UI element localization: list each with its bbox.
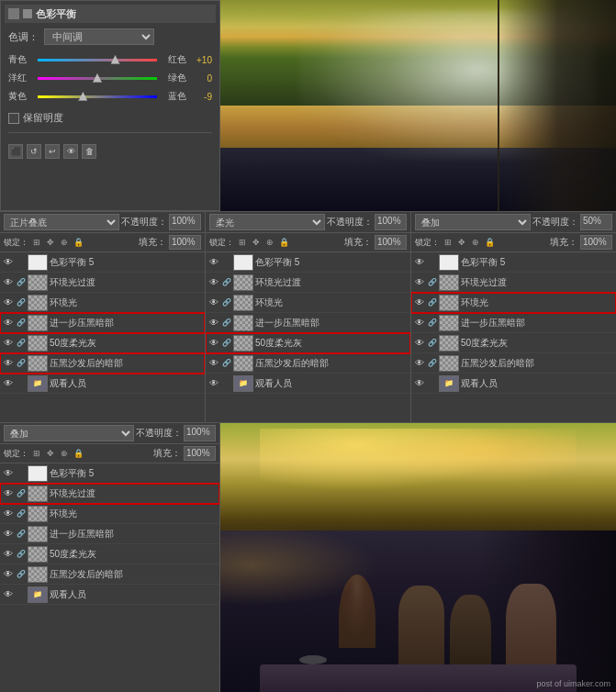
eye-icon[interactable]: 👁 <box>207 276 220 289</box>
lock-art-3[interactable]: ⊕ <box>470 237 481 248</box>
layer-item-folder[interactable]: 👁 📁 观看人员 <box>411 374 616 394</box>
fill-value-1[interactable]: 100% <box>169 235 201 250</box>
lock-checkered-1[interactable]: ⊞ <box>31 237 42 248</box>
blend-mode-select-2[interactable]: 柔光 <box>209 214 325 230</box>
tone-select[interactable]: 中间调 阴影 高光 <box>44 28 154 45</box>
layer-item[interactable]: 👁 🔗 环境光 <box>411 293 616 313</box>
eye-icon[interactable]: 👁 <box>2 296 15 309</box>
eye-icon[interactable]: 👁 <box>2 276 15 289</box>
layer-item[interactable]: 👁 🔗 压黑沙发后的暗部 <box>411 353 616 374</box>
blend-mode-select-1[interactable]: 正片叠底 <box>4 214 119 230</box>
lock-move-1[interactable]: ✥ <box>45 237 56 248</box>
eye-icon[interactable]: 👁 <box>2 568 15 581</box>
layer-item[interactable]: 👁 🔗 环境光过渡 <box>0 273 205 293</box>
layer-item[interactable]: 👁 🔗 50度柔光灰 <box>0 544 219 564</box>
eye-icon[interactable]: 👁 <box>413 256 426 269</box>
lock-all-3[interactable]: 🔒 <box>484 237 495 248</box>
eye-icon[interactable]: 👁 <box>207 377 220 390</box>
eye-icon[interactable]: 👁 <box>2 487 15 500</box>
lock-art-2[interactable]: ⊕ <box>264 237 275 248</box>
eye-icon[interactable]: 👁 <box>413 276 426 289</box>
toolbar-delete-icon[interactable]: 🗑 <box>82 144 96 159</box>
layer-item[interactable]: 👁 🔗 进一步压黑暗部 <box>0 524 219 544</box>
bottom-opacity-value[interactable]: 100% <box>184 425 216 441</box>
lock-checkered-3[interactable]: ⊞ <box>442 237 454 248</box>
eye-icon[interactable]: 👁 <box>2 508 15 520</box>
fill-value-2[interactable]: 100% <box>375 235 407 250</box>
layer-thumb: 📁 <box>439 375 459 392</box>
lock-move-3[interactable]: ✥ <box>456 237 467 248</box>
toolbar-visibility-icon[interactable]: 👁 <box>63 144 78 159</box>
eye-icon[interactable]: 👁 <box>2 357 15 370</box>
opacity-value-2[interactable]: 100% <box>375 214 407 230</box>
eye-icon[interactable]: 👁 <box>413 317 426 329</box>
eye-icon[interactable]: 👁 <box>207 357 220 370</box>
layer-item[interactable]: 👁 🔗 环境光 <box>206 293 410 313</box>
eye-icon[interactable]: 👁 <box>2 528 15 541</box>
bottom-lock-move[interactable]: ✥ <box>45 448 56 459</box>
lock-all-1[interactable]: 🔒 <box>73 237 84 248</box>
toolbar-reset-icon[interactable]: ↺ <box>27 144 41 159</box>
layer-item[interactable]: 👁 色彩平衡 5 <box>206 252 410 273</box>
layer-item-folder[interactable]: 👁 📁 观看人员 <box>0 585 219 605</box>
eye-icon[interactable]: 👁 <box>413 357 426 370</box>
layer-item[interactable]: 👁 色彩平衡 5 <box>0 252 205 273</box>
layer-item[interactable]: 👁 🔗 50度柔光灰 <box>206 333 410 353</box>
layer-item[interactable]: 👁 🔗 环境光 <box>0 504 219 524</box>
layer-item[interactable]: 👁 🔗 50度柔光灰 <box>411 333 616 353</box>
lock-art-1[interactable]: ⊕ <box>59 237 70 248</box>
layer-item[interactable]: 👁 🔗 进一步压黑暗部 <box>0 313 205 333</box>
eye-icon[interactable]: 👁 <box>207 256 220 269</box>
layer-name: 进一步压黑暗部 <box>461 317 614 329</box>
eye-icon[interactable]: 👁 <box>413 377 426 390</box>
layer-item[interactable]: 👁 🔗 环境光过渡 <box>0 484 219 504</box>
magenta-label: 洋红 <box>8 72 34 84</box>
eye-icon[interactable]: 👁 <box>207 296 220 309</box>
magenta-green-slider[interactable] <box>38 71 157 85</box>
lock-all-2[interactable]: 🔒 <box>278 237 289 248</box>
layer-item[interactable]: 👁 🔗 环境光过渡 <box>411 273 616 293</box>
eye-icon[interactable]: 👁 <box>413 296 426 309</box>
layer-item-folder[interactable]: 👁 📁 观看人员 <box>0 374 205 394</box>
bottom-lock-checkered[interactable]: ⊞ <box>31 448 42 459</box>
yellow-blue-slider[interactable] <box>38 89 157 104</box>
layer-item[interactable]: 👁 色彩平衡 5 <box>411 252 616 273</box>
eye-icon[interactable]: 👁 <box>2 588 15 601</box>
preserve-checkbox[interactable] <box>8 113 19 124</box>
layer-item[interactable]: 👁 色彩平衡 5 <box>0 463 219 484</box>
opacity-label-1: 不透明度： <box>121 216 167 229</box>
blend-mode-select-3[interactable]: 叠加 <box>415 214 531 230</box>
layer-item[interactable]: 👁 🔗 进一步压黑暗部 <box>206 313 410 333</box>
layer-item-folder[interactable]: 👁 📁 观看人员 <box>206 374 410 394</box>
eye-icon[interactable]: 👁 <box>2 377 15 390</box>
bottom-fill-value[interactable]: 100% <box>184 446 216 461</box>
fill-value-3[interactable]: 100% <box>580 235 612 250</box>
layer-item[interactable]: 👁 🔗 压黑沙发后的暗部 <box>206 353 410 374</box>
layer-thumb <box>439 335 459 352</box>
bottom-blend-mode-select[interactable]: 叠加 <box>4 425 134 441</box>
eye-icon[interactable]: 👁 <box>2 548 15 561</box>
opacity-value-1[interactable]: 100% <box>169 214 201 230</box>
toolbar-undo-icon[interactable]: ↩ <box>45 144 60 159</box>
layer-item[interactable]: 👁 🔗 进一步压黑暗部 <box>411 313 616 333</box>
layer-item[interactable]: 👁 🔗 压黑沙发后的暗部 <box>0 353 205 374</box>
link-icon <box>17 258 26 267</box>
layer-item[interactable]: 👁 🔗 50度柔光灰 <box>0 333 205 353</box>
lock-checkered-2[interactable]: ⊞ <box>237 237 248 248</box>
eye-icon[interactable]: 👁 <box>2 317 15 329</box>
opacity-value-3[interactable]: 50% <box>580 214 612 230</box>
layer-item[interactable]: 👁 🔗 环境光 <box>0 293 205 313</box>
bottom-lock-art[interactable]: ⊕ <box>59 448 70 459</box>
eye-icon[interactable]: 👁 <box>207 337 220 350</box>
eye-icon[interactable]: 👁 <box>2 337 15 350</box>
eye-icon[interactable]: 👁 <box>2 256 15 269</box>
eye-icon[interactable]: 👁 <box>2 467 15 480</box>
layer-item[interactable]: 👁 🔗 压黑沙发后的暗部 <box>0 564 219 585</box>
eye-icon[interactable]: 👁 <box>413 337 426 350</box>
lock-move-2[interactable]: ✥ <box>251 237 262 248</box>
toolbar-history-icon[interactable]: ⬛ <box>8 144 23 159</box>
eye-icon[interactable]: 👁 <box>207 317 220 329</box>
bottom-lock-all[interactable]: 🔒 <box>73 448 84 459</box>
cyan-red-slider[interactable] <box>38 52 157 67</box>
layer-item[interactable]: 👁 🔗 环境光过渡 <box>206 273 410 293</box>
